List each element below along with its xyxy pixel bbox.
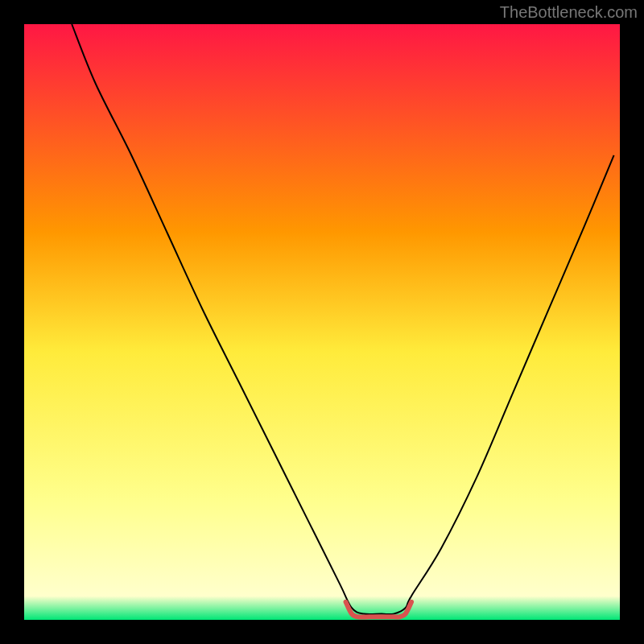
plot-background [24, 24, 620, 620]
bottleneck-chart [0, 0, 644, 644]
chart-container: TheBottleneck.com [0, 0, 644, 644]
watermark-text: TheBottleneck.com [500, 3, 638, 22]
